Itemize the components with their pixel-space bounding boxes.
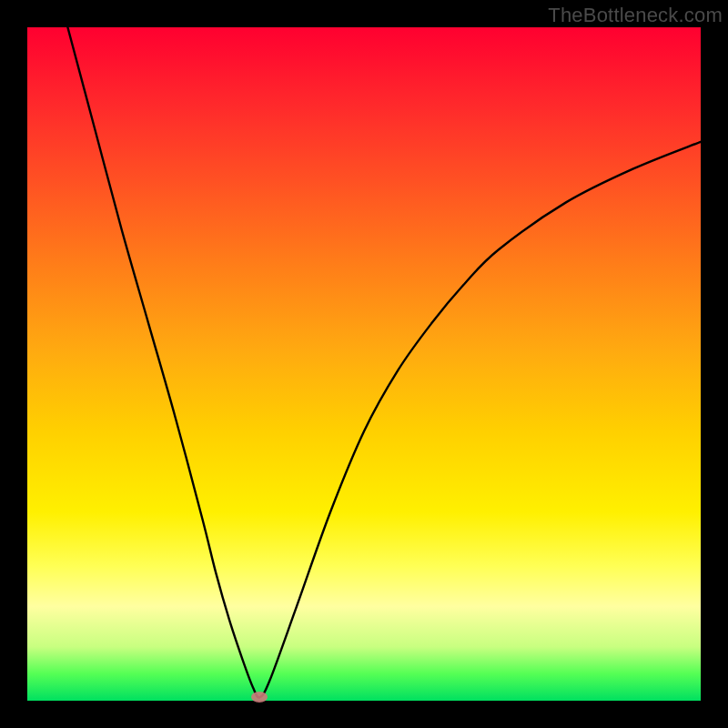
bottleneck-curve — [27, 27, 701, 701]
minimum-marker — [251, 692, 268, 703]
chart-frame: TheBottleneck.com — [0, 0, 728, 728]
plot-area — [27, 27, 701, 701]
curve-path — [67, 27, 701, 697]
watermark-text: TheBottleneck.com — [548, 4, 723, 27]
